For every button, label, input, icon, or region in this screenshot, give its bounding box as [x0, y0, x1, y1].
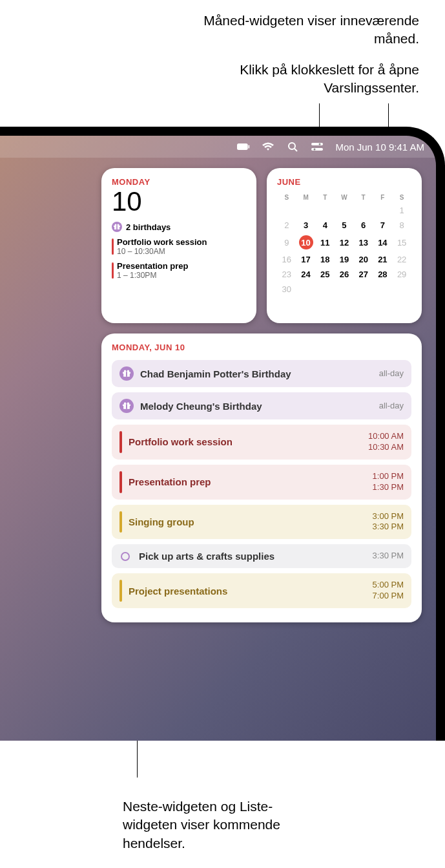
month-dow-cell: S [392, 192, 411, 203]
svg-point-2 [289, 143, 295, 149]
month-day-cell: 6 [354, 218, 373, 233]
svg-point-16 [124, 370, 127, 373]
month-dow-cell: M [296, 192, 316, 203]
event-name: Chad Benjamin Potter's Birthday [140, 368, 379, 379]
list-event-row: Singing group3:00 PM3:30 PM [112, 505, 411, 540]
month-day-cell: 7 [373, 218, 393, 233]
month-grid: SMTWTFS 12345678910111213141516171819202… [277, 192, 411, 297]
svg-rect-0 [237, 143, 248, 150]
event-name: Melody Cheung's Birthday [140, 401, 379, 412]
event-times: 3:00 PM3:30 PM [373, 511, 404, 533]
month-day-cell: 16 [277, 252, 296, 267]
today-widget[interactable]: MONDAY 10 2 birthdays Portfolio work ses… [101, 168, 256, 323]
month-day-cell [335, 282, 354, 297]
annotation-clock: Klikk på klokkeslett for å åpne Varsling… [187, 61, 419, 98]
month-day-cell: 1 [392, 203, 411, 218]
event-name: Pick up arts & crafts supplies [139, 551, 373, 562]
month-day-cell [373, 203, 393, 218]
month-day-cell [392, 282, 411, 297]
month-day-cell: 26 [335, 267, 354, 282]
open-circle-icon [121, 552, 130, 561]
event-name: Singing group [129, 516, 373, 527]
month-day-cell: 10 [296, 233, 316, 252]
month-day-cell: 8 [392, 218, 411, 233]
gift-icon [119, 366, 134, 381]
svg-rect-4 [311, 143, 323, 145]
today-event-row: Portfolio work session10 – 10:30AM [112, 237, 246, 256]
month-day-cell: 5 [335, 218, 354, 233]
month-day-cell: 23 [277, 267, 296, 282]
event-accent-bar [112, 238, 114, 255]
svg-rect-6 [311, 148, 323, 151]
birthday-count: 2 birthdays [126, 222, 171, 232]
list-event-row: Melody Cheung's Birthdayall-day [112, 392, 411, 419]
month-day-cell [354, 203, 373, 218]
month-day-cell: 21 [373, 252, 393, 267]
month-day-cell: 14 [373, 233, 393, 252]
month-day-cell [335, 203, 354, 218]
month-widget[interactable]: JUNE SMTWTFS 123456789101112131415161718… [267, 168, 422, 323]
month-day-cell: 4 [315, 218, 335, 233]
list-event-row: Chad Benjamin Potter's Birthdayall-day [112, 360, 411, 387]
month-day-cell [296, 203, 316, 218]
event-times: all-day [379, 368, 404, 379]
month-day-cell: 20 [354, 252, 373, 267]
svg-rect-1 [249, 145, 250, 149]
list-widget-header: MONDAY, JUN 10 [112, 343, 411, 352]
month-day-cell [354, 282, 373, 297]
svg-point-21 [124, 403, 127, 405]
svg-rect-20 [126, 405, 127, 409]
device-frame: Mon Jun 10 9:41 AM MONDAY 10 2 birthdays… [0, 127, 445, 741]
month-day-cell [315, 282, 335, 297]
control-center-icon[interactable] [311, 142, 324, 152]
month-label: JUNE [277, 177, 411, 187]
event-title: Portfolio work session [117, 237, 246, 247]
month-dow-cell: T [354, 192, 373, 203]
event-accent-bar [112, 262, 114, 279]
list-event-row: Pick up arts & crafts supplies3:30 PM [112, 544, 411, 568]
month-day-cell: 3 [296, 218, 316, 233]
svg-rect-15 [126, 372, 127, 377]
month-day-cell: 29 [392, 267, 411, 282]
month-day-cell [315, 203, 335, 218]
month-day-cell: 13 [354, 233, 373, 252]
month-day-cell: 15 [392, 233, 411, 252]
today-event-row: Presentation prep1 – 1:30PM [112, 261, 246, 280]
event-time: 1 – 1:30PM [117, 271, 246, 280]
event-title: Presentation prep [117, 261, 246, 271]
spotlight-icon[interactable] [286, 142, 299, 152]
list-widget[interactable]: MONDAY, JUN 10 Chad Benjamin Potter's Bi… [101, 333, 422, 622]
month-day-cell: 19 [335, 252, 354, 267]
month-day-cell [373, 282, 393, 297]
month-day-cell: 30 [277, 282, 296, 297]
month-day-cell: 27 [354, 267, 373, 282]
month-dow-cell: S [277, 192, 296, 203]
month-dow-cell: T [315, 192, 335, 203]
list-event-row: Portfolio work session10:00 AM10:30 AM [112, 425, 411, 460]
month-day-cell: 12 [335, 233, 354, 252]
month-day-cell: 2 [277, 218, 296, 233]
month-day-cell: 28 [373, 267, 393, 282]
event-accent-bar [119, 580, 122, 602]
widget-area: MONDAY 10 2 birthdays Portfolio work ses… [101, 168, 424, 622]
month-day-cell: 17 [296, 252, 316, 267]
svg-line-3 [295, 149, 297, 151]
event-name: Portfolio work session [129, 436, 368, 447]
svg-point-12 [118, 224, 119, 226]
svg-point-7 [314, 149, 316, 151]
month-day-cell: 9 [277, 233, 296, 252]
wifi-icon[interactable] [262, 142, 274, 152]
battery-icon[interactable] [237, 142, 250, 152]
month-day-cell: 22 [392, 252, 411, 267]
annotation-month-widget: Måned-widgeten viser inneværende måned. [187, 12, 419, 48]
event-times: all-day [379, 401, 404, 412]
month-dow-cell: F [373, 192, 393, 203]
event-times: 10:00 AM10:30 AM [368, 431, 404, 453]
month-day-cell: 18 [315, 252, 335, 267]
gift-icon [112, 222, 122, 232]
event-accent-bar [119, 511, 122, 533]
event-times: 3:30 PM [373, 551, 404, 562]
menubar-datetime[interactable]: Mon Jun 10 9:41 AM [335, 142, 424, 153]
event-time: 10 – 10:30AM [117, 247, 246, 256]
month-day-cell: 24 [296, 267, 316, 282]
